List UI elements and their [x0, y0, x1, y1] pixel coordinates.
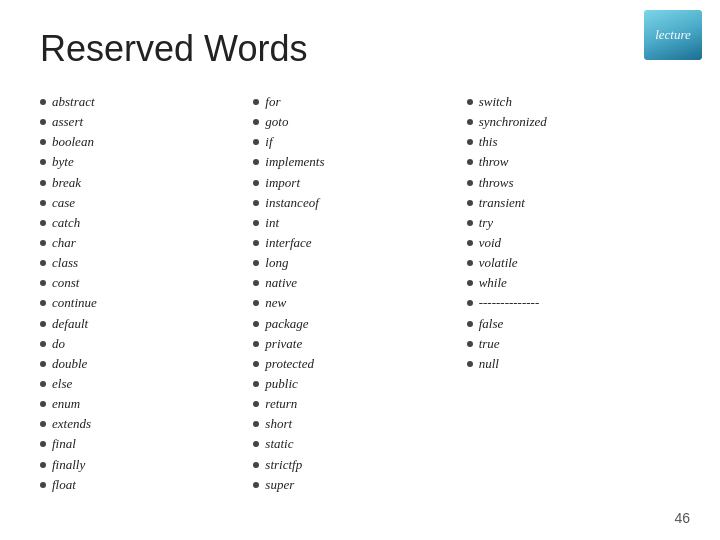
list-item: class: [40, 253, 253, 273]
keyword-label: true: [479, 334, 500, 354]
list-item: implements: [253, 152, 466, 172]
bullet-icon: [40, 139, 46, 145]
column-1-list: abstractassertbooleanbytebreakcasecatchc…: [40, 92, 253, 495]
keyword-label: try: [479, 213, 493, 233]
keyword-label: class: [52, 253, 78, 273]
bullet-icon: [40, 159, 46, 165]
bullet-icon: [467, 240, 473, 246]
list-item: byte: [40, 152, 253, 172]
bullet-icon: [40, 381, 46, 387]
keyword-label: return: [265, 394, 297, 414]
bullet-icon: [40, 361, 46, 367]
column-2: forgotoifimplementsimportinstanceofintin…: [253, 92, 466, 495]
list-item: switch: [467, 92, 680, 112]
bullet-icon: [253, 280, 259, 286]
bullet-icon: [253, 139, 259, 145]
keyword-label: throws: [479, 173, 514, 193]
column-2-list: forgotoifimplementsimportinstanceofintin…: [253, 92, 466, 495]
bullet-icon: [467, 300, 473, 306]
list-item: package: [253, 314, 466, 334]
bullet-icon: [253, 200, 259, 206]
column-3-list: switchsynchronizedthisthrowthrowstransie…: [467, 92, 680, 374]
list-item: throw: [467, 152, 680, 172]
list-item: try: [467, 213, 680, 233]
bullet-icon: [467, 99, 473, 105]
list-item: extends: [40, 414, 253, 434]
list-item: char: [40, 233, 253, 253]
keyword-label: instanceof: [265, 193, 318, 213]
bullet-icon: [40, 280, 46, 286]
keyword-label: while: [479, 273, 507, 293]
list-item: import: [253, 173, 466, 193]
list-item: goto: [253, 112, 466, 132]
page-number: 46: [674, 510, 690, 526]
list-item: double: [40, 354, 253, 374]
list-item: continue: [40, 293, 253, 313]
bullet-icon: [40, 401, 46, 407]
list-item: super: [253, 475, 466, 495]
keyword-label: private: [265, 334, 302, 354]
bullet-icon: [467, 220, 473, 226]
bullet-icon: [40, 220, 46, 226]
bullet-icon: [40, 99, 46, 105]
list-item: true: [467, 334, 680, 354]
list-item: else: [40, 374, 253, 394]
bullet-icon: [40, 119, 46, 125]
list-item: new: [253, 293, 466, 313]
list-item: default: [40, 314, 253, 334]
bullet-icon: [40, 421, 46, 427]
keyword-label: break: [52, 173, 81, 193]
list-item: public: [253, 374, 466, 394]
list-item: volatile: [467, 253, 680, 273]
keyword-label: short: [265, 414, 292, 434]
keyword-label: super: [265, 475, 294, 495]
keyword-label: default: [52, 314, 88, 334]
list-item: --------------: [467, 293, 680, 313]
list-item: break: [40, 173, 253, 193]
bullet-icon: [40, 200, 46, 206]
keyword-label: long: [265, 253, 288, 273]
list-item: for: [253, 92, 466, 112]
keyword-label: switch: [479, 92, 512, 112]
list-item: transient: [467, 193, 680, 213]
keyword-label: null: [479, 354, 499, 374]
bullet-icon: [40, 260, 46, 266]
keyword-label: for: [265, 92, 280, 112]
bullet-icon: [40, 462, 46, 468]
columns-container: abstractassertbooleanbytebreakcasecatchc…: [40, 92, 680, 495]
bullet-icon: [253, 421, 259, 427]
list-item: strictfp: [253, 455, 466, 475]
list-item: final: [40, 434, 253, 454]
keyword-label: native: [265, 273, 297, 293]
bullet-icon: [467, 180, 473, 186]
bullet-icon: [253, 159, 259, 165]
bullet-icon: [40, 240, 46, 246]
bullet-icon: [467, 200, 473, 206]
keyword-label: transient: [479, 193, 525, 213]
bullet-icon: [253, 321, 259, 327]
list-item: false: [467, 314, 680, 334]
keyword-label: this: [479, 132, 498, 152]
keyword-label: case: [52, 193, 75, 213]
column-1: abstractassertbooleanbytebreakcasecatchc…: [40, 92, 253, 495]
keyword-label: package: [265, 314, 308, 334]
keyword-label: volatile: [479, 253, 518, 273]
bullet-icon: [253, 482, 259, 488]
list-item: return: [253, 394, 466, 414]
bullet-icon: [467, 119, 473, 125]
bullet-icon: [253, 300, 259, 306]
keyword-label: goto: [265, 112, 288, 132]
keyword-label: void: [479, 233, 501, 253]
keyword-label: catch: [52, 213, 80, 233]
bullet-icon: [40, 180, 46, 186]
list-item: static: [253, 434, 466, 454]
bullet-icon: [253, 119, 259, 125]
bullet-icon: [467, 361, 473, 367]
keyword-label: final: [52, 434, 76, 454]
keyword-label: protected: [265, 354, 314, 374]
list-item: synchronized: [467, 112, 680, 132]
list-item: interface: [253, 233, 466, 253]
list-item: native: [253, 273, 466, 293]
bullet-icon: [253, 381, 259, 387]
keyword-label: synchronized: [479, 112, 547, 132]
